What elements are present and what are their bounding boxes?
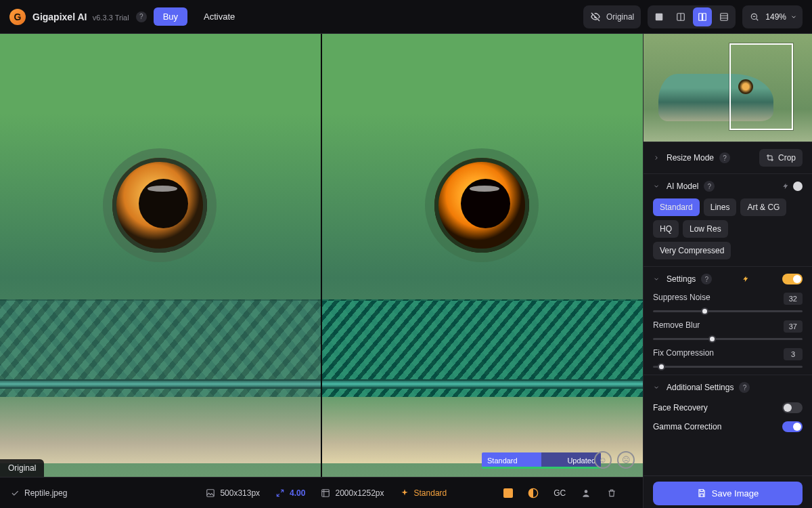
save-image-button[interactable]: Save Image — [653, 482, 803, 505]
side-panel: Resize Mode ? Crop AI Model ? — [643, 34, 812, 477]
format-swatch[interactable] — [503, 488, 513, 498]
check-icon — [9, 488, 20, 499]
gc-label: GC — [554, 488, 566, 498]
image-enhanced-pane — [321, 34, 643, 477]
ai-model-section: AI Model ? Standard Lines Art & CG HQ Lo… — [644, 174, 812, 267]
model-verycompressed-chip[interactable]: Very Compressed — [653, 242, 731, 259]
mode-strip[interactable]: Standard Updated — [482, 452, 601, 469]
remove-blur-slider: Remove Blur37 — [653, 320, 803, 340]
ai-model-options: Standard Lines Art & CG HQ Low Res Very … — [653, 198, 803, 259]
top-bar: G Gigapixel AI v6.3.3 Trial ? Buy Activa… — [0, 0, 812, 34]
view-split-button[interactable] — [671, 7, 690, 26]
resize-mode-section: Resize Mode ? Crop — [644, 142, 812, 174]
fix-compression-value[interactable]: 3 — [784, 348, 803, 360]
save-icon — [697, 488, 706, 498]
help-icon[interactable]: ? — [719, 152, 730, 163]
model-lowres-chip[interactable]: Low Res — [683, 220, 728, 238]
chevron-down-icon[interactable] — [790, 14, 797, 20]
help-icon[interactable]: ? — [136, 12, 147, 22]
eye-off-icon — [590, 12, 601, 22]
auto-model-toggle[interactable] — [793, 182, 803, 191]
crop-icon — [766, 154, 774, 162]
sparkle-icon — [399, 488, 410, 499]
chevron-down-icon[interactable] — [653, 384, 661, 391]
image-original-pane — [0, 34, 321, 477]
help-icon[interactable]: ? — [704, 181, 715, 192]
view-single-button[interactable] — [650, 7, 669, 26]
auto-settings-toggle[interactable] — [782, 274, 803, 284]
file-status: Reptile.jpeg — [9, 488, 67, 499]
help-icon[interactable]: ? — [739, 382, 750, 393]
status-bar: Reptile.jpeg 500x313px 4.00 2000x1252px … — [0, 477, 812, 508]
fix-compression-track[interactable] — [653, 366, 803, 368]
model-hq-chip[interactable]: HQ — [653, 220, 679, 238]
face-recovery-toggle[interactable] — [782, 402, 803, 413]
image-viewer[interactable]: Original Standard Updated ☺ ☹ — [0, 34, 643, 477]
filename-label: Reptile.jpeg — [24, 488, 67, 498]
image-icon — [205, 488, 216, 499]
view-grid-button[interactable] — [715, 7, 734, 26]
gamma-correction-row: Gamma Correction — [653, 417, 803, 436]
original-toggle[interactable]: Original — [583, 5, 641, 28]
app-title: Gigapixel AI v6.3.3 Trial — [32, 11, 129, 23]
chevron-down-icon[interactable] — [653, 276, 661, 282]
feedback-happy-button[interactable]: ☺ — [594, 451, 612, 469]
person-icon[interactable] — [581, 488, 591, 499]
suppress-noise-value[interactable]: 32 — [784, 293, 803, 305]
navigator-thumbnail[interactable] — [644, 34, 812, 142]
suppress-noise-slider: Suppress Noise32 — [653, 293, 803, 312]
chevron-down-icon[interactable] — [653, 183, 661, 190]
expand-icon — [275, 488, 286, 499]
activate-button[interactable]: Activate — [194, 7, 244, 26]
buy-button[interactable]: Buy — [154, 7, 187, 26]
main: Original Standard Updated ☺ ☹ Resize Mod… — [0, 34, 812, 477]
remove-blur-track[interactable] — [653, 338, 803, 340]
view-side-by-side-button[interactable] — [693, 7, 712, 26]
navigator-viewport[interactable] — [729, 43, 793, 130]
feedback-buttons: ☺ ☹ — [594, 451, 635, 469]
settings-section: Settings ? Suppress Noise32 Remove Blur3… — [644, 267, 812, 375]
save-area: Save Image — [643, 475, 812, 509]
help-icon[interactable]: ? — [701, 274, 712, 284]
zoom-out-button[interactable] — [748, 10, 761, 24]
model-lines-chip[interactable]: Lines — [704, 198, 737, 216]
output-icon — [320, 488, 331, 499]
app-logo-icon: G — [9, 9, 26, 25]
view-mode-group — [648, 5, 736, 28]
suppress-noise-track[interactable] — [653, 310, 803, 312]
feedback-sad-button[interactable]: ☹ — [617, 451, 635, 469]
additional-settings-section: Additional Settings ? Face Recovery Gamm… — [644, 375, 812, 443]
contrast-icon[interactable] — [528, 488, 539, 499]
zoom-value[interactable]: 149% — [765, 12, 786, 22]
gamma-correction-toggle[interactable] — [782, 421, 803, 432]
orig-dims: 500x313px — [205, 488, 260, 499]
model-standard-chip[interactable]: Standard — [653, 198, 700, 216]
svg-rect-2 — [699, 13, 702, 20]
out-dims: 2000x1252px — [320, 488, 384, 499]
svg-point-9 — [585, 490, 588, 493]
model-status[interactable]: Standard — [399, 488, 447, 499]
svg-rect-3 — [703, 13, 706, 20]
scale-factor[interactable]: 4.00 — [275, 488, 305, 499]
bolt-icon — [782, 182, 789, 191]
svg-rect-4 — [721, 13, 728, 20]
original-label: Original — [0, 459, 44, 477]
bolt-icon — [742, 274, 749, 284]
face-recovery-row: Face Recovery — [653, 398, 803, 417]
crop-button[interactable]: Crop — [759, 149, 803, 167]
svg-rect-7 — [322, 489, 330, 496]
svg-rect-6 — [207, 489, 215, 496]
remove-blur-value[interactable]: 37 — [784, 320, 803, 333]
fix-compression-slider: Fix Compression3 — [653, 348, 803, 368]
chevron-right-icon[interactable] — [653, 154, 661, 161]
trash-icon[interactable] — [606, 488, 617, 499]
model-artcg-chip[interactable]: Art & CG — [740, 198, 786, 216]
zoom-control: 149% — [742, 5, 803, 28]
svg-rect-0 — [656, 13, 663, 20]
